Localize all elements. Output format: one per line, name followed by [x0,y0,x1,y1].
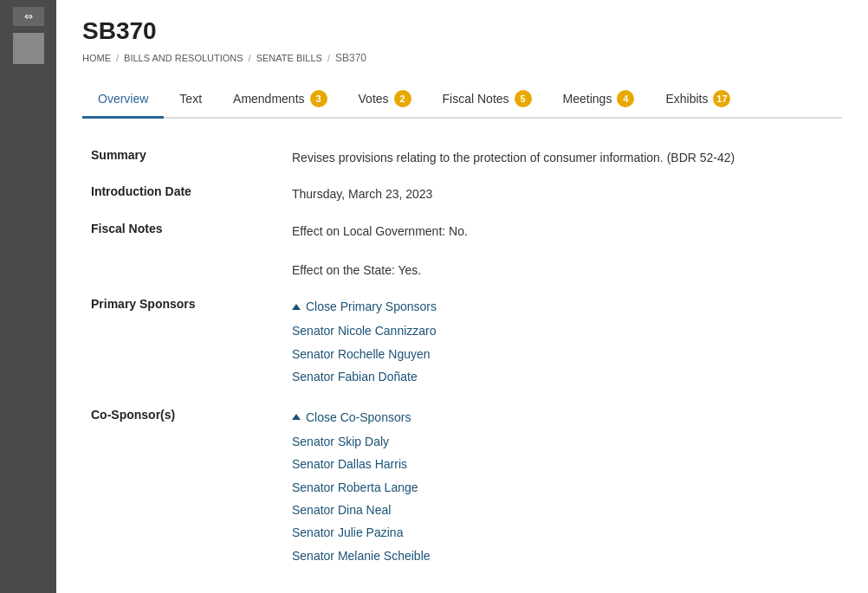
tab-fiscal-notes[interactable]: Fiscal Notes 5 [427,81,547,119]
list-item: Senator Skip Daly [292,432,823,451]
exhibits-badge: 17 [713,90,730,107]
info-table: Summary Revises provisions relating to t… [91,139,833,577]
primary-sponsor-1[interactable]: Senator Nicole Cannizzaro [292,324,437,338]
bill-title: SB370 [82,17,842,45]
fiscal-notes-badge: 5 [515,90,532,107]
tab-meetings[interactable]: Meetings 4 [547,81,651,119]
chevron-up-icon [292,304,301,310]
breadcrumb-senate-bills[interactable]: SENATE BILLS [256,53,322,63]
tab-overview[interactable]: Overview [82,81,164,119]
overview-content: Summary Revises provisions relating to t… [82,119,842,593]
votes-badge: 2 [394,90,411,107]
close-primary-sponsors-link[interactable]: Close Primary Sponsors [292,297,823,316]
chevron-up-icon-2 [292,414,301,420]
close-cosponsors-link[interactable]: Close Co-Sponsors [292,408,823,427]
summary-label: Summary [91,139,282,176]
primary-sponsors-values: Close Primary Sponsors Senator Nicole Ca… [282,288,833,399]
fiscal-notes-label: Fiscal Notes [91,213,282,288]
tab-text[interactable]: Text [164,81,217,119]
tab-votes[interactable]: Votes 2 [343,81,427,119]
list-item: Senator Dina Neal [292,500,823,519]
breadcrumb-current: SB370 [335,52,366,64]
list-item: Senator Nicole Cannizzaro [292,321,823,340]
list-item: Senator Fabian Doñate [292,367,823,386]
sidebar-box [13,33,44,64]
primary-sponsor-2[interactable]: Senator Rochelle Nguyen [292,347,431,361]
intro-date-value: Thursday, March 23, 2023 [282,176,833,212]
breadcrumb-bills[interactable]: BILLS AND RESOLUTIONS [124,53,243,63]
cosponsor-2[interactable]: Senator Dallas Harris [292,457,407,471]
cosponsor-values: Close Co-Sponsors Senator Skip Daly Sena… [282,399,833,578]
breadcrumb-home[interactable]: HOME [82,53,111,63]
summary-value: Revises provisions relating to the prote… [282,139,833,176]
fiscal-notes-values: Effect on Local Government: No. Effect o… [282,213,833,288]
cosponsor-label: Co-Sponsor(s) [91,399,282,578]
list-item: Senator Rochelle Nguyen [292,345,823,364]
tab-exhibits[interactable]: Exhibits 17 [650,81,746,119]
tab-amendments[interactable]: Amendments 3 [217,81,342,119]
sidebar-toggle-button[interactable]: ⇔ [13,7,44,26]
fiscal-local: Effect on Local Government: No. [292,222,823,241]
summary-row: Summary Revises provisions relating to t… [91,139,833,176]
breadcrumb-sep-2: / [249,53,251,63]
intro-date-row: Introduction Date Thursday, March 23, 20… [91,176,833,212]
breadcrumb-sep-3: / [327,53,330,63]
primary-sponsors-row: Primary Sponsors Close Primary Sponsors … [91,288,833,399]
cosponsor-row: Co-Sponsor(s) Close Co-Sponsors Senator … [91,399,833,578]
meetings-badge: 4 [617,90,634,107]
fiscal-notes-row: Fiscal Notes Effect on Local Government:… [91,213,833,288]
cosponsor-6[interactable]: Senator Melanie Scheible [292,549,431,563]
main-content: SB370 HOME / BILLS AND RESOLUTIONS / SEN… [56,0,868,593]
primary-sponsors-label: Primary Sponsors [91,288,282,399]
cosponsor-1[interactable]: Senator Skip Daly [292,435,389,448]
sidebar: ⇔ [0,0,56,593]
intro-date-label: Introduction Date [91,176,282,212]
list-item: Senator Julie Pazina [292,523,823,542]
list-item: Senator Roberta Lange [292,478,823,497]
cosponsor-4[interactable]: Senator Dina Neal [292,503,391,517]
cosponsor-3[interactable]: Senator Roberta Lange [292,480,418,494]
breadcrumb: HOME / BILLS AND RESOLUTIONS / SENATE BI… [82,52,842,64]
list-item: Senator Melanie Scheible [292,546,823,565]
amendments-badge: 3 [310,90,327,107]
list-item: Senator Dallas Harris [292,454,823,474]
tabs-container: Overview Text Amendments 3 Votes 2 Fisca… [82,81,842,119]
primary-sponsor-3[interactable]: Senator Fabian Doñate [292,370,418,384]
cosponsor-5[interactable]: Senator Julie Pazina [292,525,403,539]
fiscal-state: Effect on the State: Yes. [292,261,823,280]
cosponsor-list: Senator Skip Daly Senator Dallas Harris … [292,432,823,565]
breadcrumb-sep-1: / [116,53,119,63]
primary-sponsor-list: Senator Nicole Cannizzaro Senator Rochel… [292,321,823,386]
